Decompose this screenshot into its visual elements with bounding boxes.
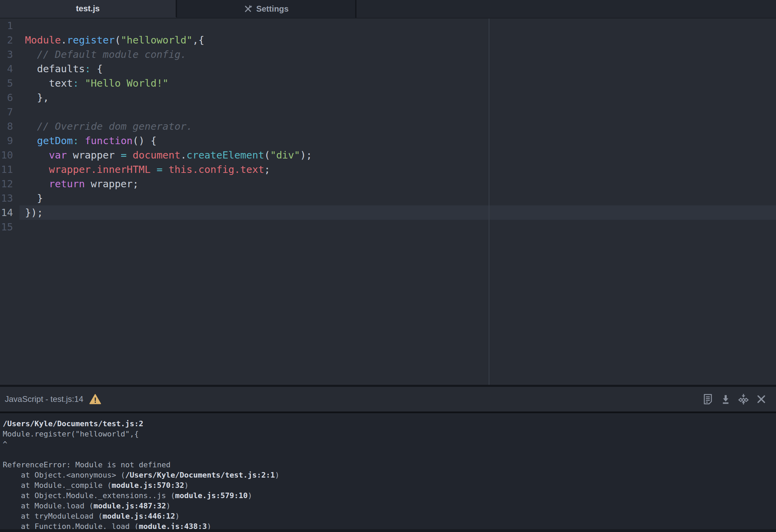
line-number: 5 [0, 76, 20, 90]
line-number: 13 [0, 191, 20, 205]
line-number: 7 [0, 105, 20, 119]
console-line: ReferenceError: Module is not defined [3, 460, 776, 470]
code-editor[interactable]: 12Module.register("helloworld",{3 // Def… [0, 18, 776, 385]
tab-bar-empty-space [356, 0, 776, 18]
line-number: 14 [0, 205, 20, 220]
code-text: return wrapper; [20, 177, 776, 191]
console-line: at Module.load (module.js:487:32) [3, 501, 776, 511]
code-line-1: 1 [0, 18, 776, 33]
script-panel-header: JavaScript - test.js:14 [0, 387, 776, 411]
tab-settings-label: Settings [256, 4, 289, 14]
code-text: } [20, 191, 776, 205]
window-bottom-edge [0, 529, 776, 532]
code-text: defaults: { [20, 62, 776, 76]
code-text: var wrapper = document.createElement("di… [20, 148, 776, 162]
code-line-6: 6 }, [0, 90, 776, 105]
editor-window: test.js Settings 12Module.register("hell… [0, 0, 776, 532]
collapse-output-icon[interactable] [738, 393, 749, 405]
line-number: 2 [0, 33, 20, 47]
script-panel-title: JavaScript - test.js:14 [5, 394, 83, 404]
line-number: 11 [0, 162, 20, 177]
code-text [20, 18, 776, 33]
line-number: 1 [0, 18, 20, 33]
tab-test-js[interactable]: test.js [0, 0, 177, 18]
code-line-15: 15 [0, 220, 776, 234]
line-number: 4 [0, 62, 20, 76]
panel-action-buttons [702, 393, 767, 405]
code-text: // Override dom generator. [20, 119, 776, 134]
code-text: wrapper.innerHTML = this.config.text; [20, 162, 776, 177]
console-line [3, 449, 776, 460]
line-number: 8 [0, 119, 20, 134]
console-line: at Module._compile (module.js:570:32) [3, 480, 776, 491]
code-line-14: 14}); [0, 205, 776, 220]
code-line-12: 12 return wrapper; [0, 177, 776, 191]
code-text: text: "Hello World!" [20, 76, 776, 90]
line-number: 15 [0, 220, 20, 234]
code-line-10: 10 var wrapper = document.createElement(… [0, 148, 776, 162]
tab-settings[interactable]: Settings [177, 0, 356, 18]
close-icon[interactable] [755, 393, 767, 405]
console-line: at Object.Module._extensions..js (module… [3, 491, 776, 501]
download-icon[interactable] [720, 393, 731, 405]
line-number: 12 [0, 177, 20, 191]
line-number: 3 [0, 47, 20, 62]
tab-bar: test.js Settings [0, 0, 776, 18]
warning-triangle-icon [89, 394, 101, 405]
code-line-4: 4 defaults: { [0, 62, 776, 76]
line-number: 9 [0, 134, 20, 148]
code-text [20, 105, 776, 119]
code-text: Module.register("helloworld",{ [20, 33, 776, 47]
code-text: getDom: function() { [20, 134, 776, 148]
code-text: // Default module config. [20, 47, 776, 62]
code-line-9: 9 getDom: function() { [0, 134, 776, 148]
code-line-11: 11 wrapper.innerHTML = this.config.text; [0, 162, 776, 177]
code-text: }); [20, 205, 776, 220]
console-line: at Object.<anonymous> (/Users/Kyle/Docum… [3, 470, 776, 480]
tools-icon [243, 4, 252, 13]
code-text [20, 220, 776, 234]
code-line-5: 5 text: "Hello World!" [0, 76, 776, 90]
console-output: /Users/Kyle/Documents/test.js:2Module.re… [0, 413, 776, 532]
line-number: 10 [0, 148, 20, 162]
console-line: ^ [3, 439, 776, 449]
code-line-7: 7 [0, 105, 776, 119]
code-line-13: 13 } [0, 191, 776, 205]
code-line-3: 3 // Default module config. [0, 47, 776, 62]
console-line: Module.register("helloworld",{ [3, 429, 776, 439]
console-line: /Users/Kyle/Documents/test.js:2 [3, 419, 776, 429]
file-icon[interactable] [702, 393, 714, 405]
console-line: at tryModuleLoad (module.js:446:12) [3, 511, 776, 521]
code-line-2: 2Module.register("helloworld",{ [0, 33, 776, 47]
code-text: }, [20, 90, 776, 105]
tab-test-js-label: test.js [76, 4, 100, 13]
line-number: 6 [0, 90, 20, 105]
code-line-8: 8 // Override dom generator. [0, 119, 776, 134]
